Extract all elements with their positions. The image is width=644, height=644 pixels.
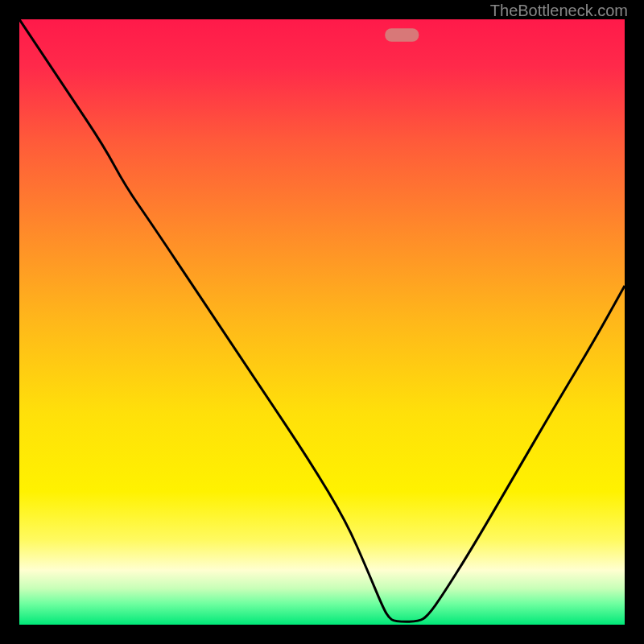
watermark-text: TheBottleneck.com <box>490 2 628 20</box>
chart-background <box>19 19 625 625</box>
chart-svg <box>19 19 625 625</box>
chart-area <box>19 19 625 625</box>
optimal-marker <box>385 28 419 42</box>
